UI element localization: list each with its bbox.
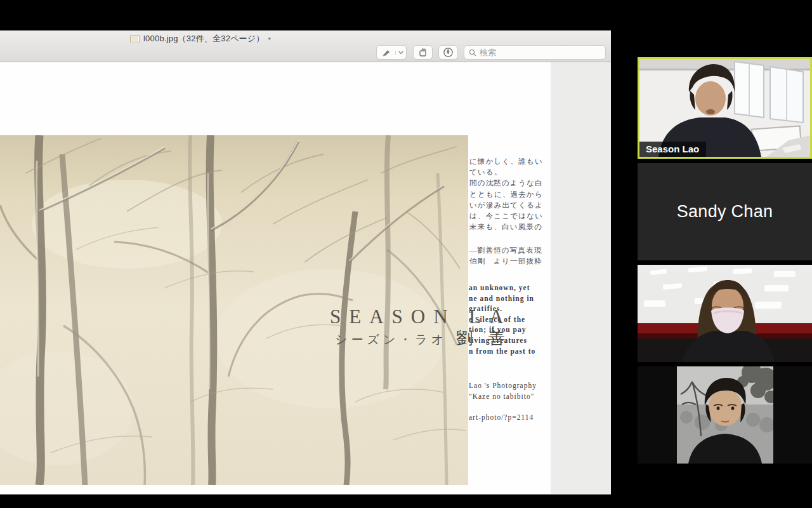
shared-screen-window: l000b.jpg（32件、全32ページ） ▾ [0, 30, 611, 495]
portrait-participant-photo [677, 366, 773, 464]
doc-text-line: ている。 [469, 167, 543, 178]
doc-text-line: ne and nothing in [469, 293, 535, 304]
markup-pen-button[interactable] [376, 45, 407, 60]
video-tile-season-lao[interactable]: Season Lao [638, 57, 812, 159]
rotate-button[interactable] [413, 45, 433, 60]
artist-name-kanji: 劉 善 [456, 329, 511, 347]
doc-text-line: いが滲み出てくるよ [469, 200, 543, 211]
doc-text-line: は、今ここではない [469, 211, 543, 222]
show-markup-toolbar-button[interactable] [438, 45, 458, 60]
marker-pen-icon [377, 48, 395, 57]
document-page[interactable]: に懐かしく、誰もい ている。 間の沈黙のような白 とともに、過去から いが滲み出… [0, 62, 551, 495]
search-field[interactable] [464, 45, 606, 60]
doc-text-line: 未来も、白い風景の [469, 222, 543, 232]
pen-dropdown-chevron-icon[interactable] [395, 51, 406, 55]
video-tile-portrait-participant[interactable] [638, 366, 812, 464]
doc-text-line: 間の沈黙のような白 [469, 178, 543, 189]
video-tile-masked-participant[interactable] [638, 265, 812, 362]
participant-name: Season Lao [646, 144, 699, 154]
video-tile-sandy-chan[interactable]: Sandy Chan [638, 163, 812, 260]
document-thumbnail-icon [130, 35, 140, 43]
doc-link-text: art-photo/?p=2114 [469, 412, 534, 423]
doc-english-credit: Lao 's Photography "Kaze no tabibito" [469, 380, 537, 401]
artist-name-kana: シーズン・ラオ [335, 333, 447, 346]
window-title: l000b.jpg（32件、全32ページ） [143, 33, 265, 44]
rotate-icon [418, 48, 428, 57]
search-icon [469, 49, 476, 57]
doc-text-line: とともに、過去から [469, 189, 543, 200]
preview-titlebar[interactable]: l000b.jpg（32件、全32ページ） ▾ [0, 30, 611, 62]
doc-text-line: "Kaze no tabibito" [469, 391, 537, 402]
search-input[interactable] [480, 48, 587, 57]
masked-participant-video [638, 265, 812, 362]
artist-name-subheading: シーズン・ラオ劉 善 [335, 327, 511, 349]
doc-text-line: an unknown, yet [469, 283, 535, 293]
doc-text-line: 伯剛 より一部抜粋 [469, 256, 542, 267]
artwork-caption: seko, Hokkaido, Japan Size : 61 x 50.8cm… [1, 493, 254, 495]
doc-japanese-text: に懐かしく、誰もい ている。 間の沈黙のような白 とともに、過去から いが滲み出… [469, 156, 543, 232]
pen-tip-circle-icon [443, 47, 454, 58]
participant-name-label: Season Lao [639, 142, 706, 157]
zoom-meeting-screen: l000b.jpg（32件、全32ページ） ▾ [0, 0, 812, 508]
participant-name: Sandy Chan [677, 202, 773, 222]
artist-name-heading: SEASON LA [330, 305, 512, 328]
preview-background-gutter [551, 62, 611, 495]
window-title-group: l000b.jpg（32件、全32ページ） ▾ [130, 34, 271, 44]
doc-japanese-credit: ―劉善恒の写真表現 伯剛 より一部抜粋 [469, 245, 542, 267]
title-chevron-down-icon[interactable]: ▾ [268, 36, 272, 42]
doc-text-line: ―劉善恒の写真表現 [469, 245, 542, 256]
doc-text-line: Lao 's Photography [469, 380, 537, 391]
doc-text-line: に懐かしく、誰もい [469, 156, 543, 167]
